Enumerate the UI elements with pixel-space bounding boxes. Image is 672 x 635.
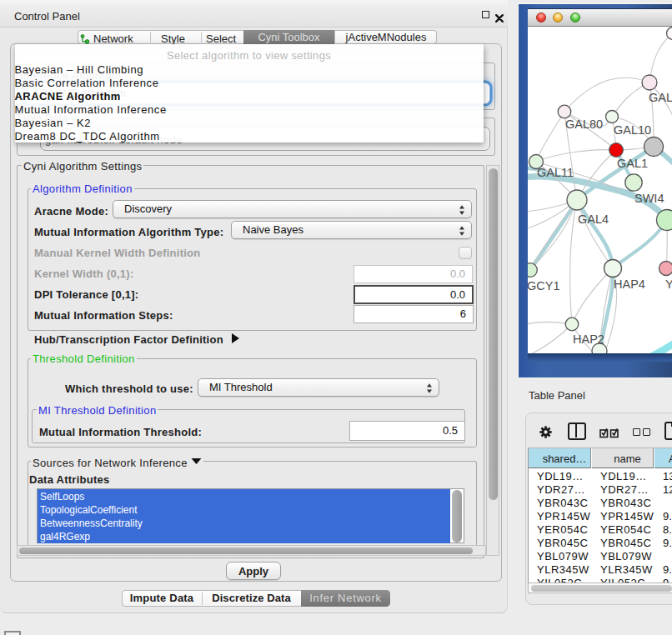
svg-text:GAL7: GAL7: [649, 91, 672, 104]
svg-text:GCY1: GCY1: [528, 279, 560, 292]
svg-text:HAP2: HAP2: [573, 332, 604, 346]
svg-text:GAL1: GAL1: [617, 157, 648, 170]
svg-text:GAL80: GAL80: [565, 118, 603, 131]
svg-text:HAP4: HAP4: [614, 278, 645, 291]
svg-text:Y: Y: [665, 278, 672, 291]
svg-text:SWI4: SWI4: [634, 192, 664, 205]
svg-text:GAL4: GAL4: [578, 212, 609, 226]
svg-text:GAL11: GAL11: [537, 166, 574, 179]
svg-text:GAL10: GAL10: [614, 123, 651, 137]
